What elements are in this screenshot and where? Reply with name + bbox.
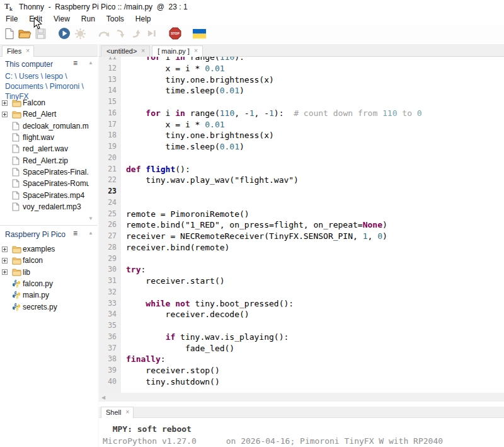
line-number: 23	[99, 186, 117, 197]
scroll-down-icon[interactable]: ▼	[88, 216, 93, 221]
code-line-35: 35	[99, 320, 504, 332]
close-icon[interactable]: ×	[194, 48, 198, 54]
expander-plus-icon[interactable]	[2, 112, 12, 117]
editor-horizontal-scrollbar[interactable]: ◀	[99, 393, 504, 402]
expander-plus-icon[interactable]	[2, 100, 12, 106]
window-title: Thonny - Raspberry Pi Pico :: /main.py @…	[19, 0, 188, 14]
svg-text:T: T	[4, 2, 9, 11]
file-item[interactable]: flight.wav	[2, 132, 89, 143]
menu-run[interactable]: Run	[76, 14, 101, 24]
menu-bar: FileEditViewRunToolsHelp	[0, 14, 504, 25]
code-line-27: 27receiver = NECRemoteReceiver(TinyFX.SE…	[99, 231, 504, 242]
menu-file[interactable]: File	[0, 14, 23, 24]
menu-tools[interactable]: Tools	[101, 14, 130, 24]
files-panel-header: This computer	[5, 60, 53, 69]
files-tab-strip: Files×	[0, 44, 98, 57]
code-line-20: 20	[99, 153, 504, 164]
code-line-13: 13 tiny.one.brightness(x)	[99, 74, 504, 86]
file-icon	[12, 122, 23, 131]
shell-tab[interactable]: Shell×	[101, 407, 134, 418]
line-number: 17	[99, 119, 117, 131]
file-item[interactable]: falcon.py	[2, 278, 89, 289]
file-item[interactable]: SpacePirates-Romula	[2, 178, 89, 189]
tree-item-label: secrets.py	[23, 303, 57, 311]
shell-line-2: MicroPython v1.27.0 on 2026-04-16; Pimor…	[103, 436, 443, 447]
expander-plus-icon[interactable]	[2, 258, 12, 264]
new-file-button[interactable]	[1, 26, 16, 41]
files-tree: FalconRed_Alertdecloak_romulan.mpflight.…	[2, 97, 89, 212]
expander-plus-icon[interactable]	[2, 269, 12, 275]
close-icon[interactable]: ×	[125, 409, 129, 415]
scroll-up-icon[interactable]: ▲	[88, 230, 93, 236]
file-item[interactable]: voy_redalert.mp3	[2, 201, 89, 212]
folder-item[interactable]: Falcon	[2, 97, 89, 108]
panel-menu-icon[interactable]: ≡	[73, 229, 77, 238]
scroll-up-icon[interactable]: ▲	[88, 60, 93, 66]
shell-output[interactable]: MPY: soft rebootMicroPython v1.27.0 on 2…	[99, 418, 504, 447]
folder-item[interactable]: examples	[2, 243, 89, 255]
tree-item-label: decloak_romulan.mp	[23, 122, 89, 131]
ukraine-flag-button[interactable]	[192, 26, 207, 41]
shell-tab-strip: Shell×	[99, 407, 504, 418]
editor-tab[interactable]: <untitled>×	[101, 45, 150, 57]
run-script-button[interactable]	[57, 26, 72, 41]
editor-tab[interactable]: [ main.py ]×	[152, 45, 203, 57]
tree-item-label: falcon	[23, 256, 43, 265]
line-number: 39	[99, 365, 117, 376]
tree-item-label: SpacePirates-Final.m	[23, 168, 89, 177]
code-line-31: 31 receiver.start()	[99, 276, 504, 287]
tree-item-label: falcon.py	[23, 279, 53, 288]
menu-view[interactable]: View	[48, 14, 76, 24]
line-number: 26	[99, 219, 117, 231]
step-over-button	[96, 26, 112, 41]
code-line-22: 22 tiny.wav.play_wav("flight.wav")	[99, 175, 504, 186]
file-item[interactable]: SpacePirates.mp4	[2, 189, 89, 200]
code-line-29: 29	[99, 253, 504, 265]
expander-plus-icon[interactable]	[2, 247, 12, 252]
code-editor[interactable]: 11 for i in range(110):12 x = i * 0.0113…	[99, 57, 504, 393]
line-number: 38	[99, 354, 117, 365]
step-out-button	[128, 26, 143, 41]
line-number: 30	[99, 264, 117, 276]
code-line-18: 18 tiny.one.brightness(x)	[99, 130, 504, 141]
file-item[interactable]: Red_Alert.zip	[2, 154, 89, 166]
file-item[interactable]: red_alert.wav	[2, 143, 89, 154]
code-line-37: 37 fade_led()	[99, 343, 504, 354]
folder-icon	[12, 268, 23, 276]
file-icon	[12, 179, 23, 188]
file-icon	[12, 133, 23, 142]
files-tab[interactable]: Files×	[2, 45, 34, 57]
menu-help[interactable]: Help	[130, 14, 157, 24]
line-number: 27	[99, 231, 117, 242]
panel-menu-icon[interactable]: ≡	[73, 59, 77, 67]
close-icon[interactable]: ×	[26, 48, 30, 54]
pico-panel: Raspberry Pi Pico ≡ ▲ examplesfalconlibf…	[0, 227, 98, 403]
file-item[interactable]: secrets.py	[2, 301, 89, 312]
close-icon[interactable]: ×	[141, 48, 145, 54]
code-line-23: 23	[99, 186, 504, 197]
code-line-17: 17 x = i * 0.01	[99, 119, 504, 131]
step-into-button	[112, 26, 127, 41]
svg-text:k: k	[9, 6, 13, 11]
tree-item-label: Red_Alert.zip	[23, 156, 68, 165]
folder-item[interactable]: falcon	[2, 255, 89, 266]
folder-icon	[12, 110, 23, 119]
code-line-15: 15	[99, 96, 504, 108]
file-item[interactable]: decloak_romulan.mp	[2, 120, 89, 132]
open-file-button[interactable]	[17, 26, 32, 41]
scroll-left-icon[interactable]: ◀	[101, 395, 105, 400]
editor-tab-label: <untitled>	[106, 47, 137, 55]
code-line-11: 11 for i in range(110):	[99, 57, 504, 63]
tree-item-label: examples	[23, 245, 55, 253]
file-item[interactable]: main.py	[2, 289, 89, 301]
python-icon	[12, 279, 23, 288]
line-number: 13	[99, 74, 117, 86]
line-number: 21	[99, 164, 117, 175]
stop-restart-button[interactable]: STOP	[168, 26, 183, 41]
folder-item[interactable]: lib	[2, 267, 89, 278]
code-line-34: 34 receiver.decode()	[99, 309, 504, 320]
editor-tab-label: [ main.py ]	[158, 47, 190, 55]
folder-item[interactable]: Red_Alert	[2, 108, 89, 120]
line-number: 32	[99, 287, 117, 298]
file-item[interactable]: SpacePirates-Final.m	[2, 166, 89, 178]
